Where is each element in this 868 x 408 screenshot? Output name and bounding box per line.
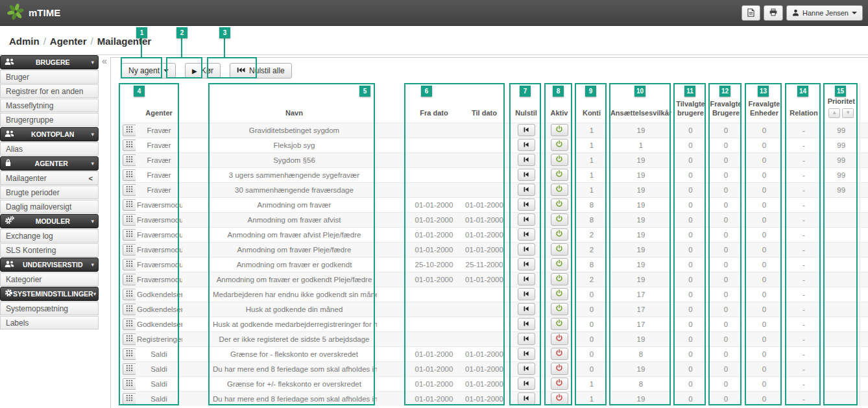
row-drag-handle[interactable] [123,378,136,390]
power-on-icon [555,140,563,150]
row-drag-handle[interactable] [123,318,136,330]
row-drag-handle[interactable] [123,333,136,345]
row-drag-handle[interactable] [123,154,136,166]
deselected-units-cell: 0 [744,152,784,167]
power-toggle-button[interactable] [551,348,568,360]
run-button[interactable]: ▶ Kør [185,63,221,78]
reset-row-button[interactable] [518,213,535,226]
sidebar-item-systemops-tning[interactable]: Systemopsætning [0,302,99,315]
power-toggle-button[interactable] [551,243,568,256]
reset-all-button[interactable]: Nulstil alle [230,63,292,78]
reset-row-button[interactable] [518,318,535,330]
deselected-users-cell: 0 [708,138,744,152]
power-toggle-button[interactable] [551,139,568,151]
reset-row-button[interactable] [518,363,535,375]
reset-row-button[interactable] [518,139,535,151]
deselected-users-cell: 0 [708,287,744,302]
sidebar-collapse-icon[interactable]: « [102,56,107,66]
power-toggle-button[interactable] [551,303,568,315]
reset-row-button[interactable] [518,303,535,315]
power-toggle-button[interactable] [551,198,568,211]
reset-row-button[interactable] [518,273,535,285]
row-drag-handle[interactable] [123,169,136,181]
sidebar-item-alias[interactable]: Alias [0,142,99,156]
spacer-cell [182,212,211,227]
row-drag-handle[interactable] [123,229,136,241]
sidebar-section-underviserstid[interactable]: UNDERVISERSTID▾ [0,258,99,272]
power-toggle-button[interactable] [551,169,568,181]
sidebar-item-kategorier[interactable]: Kategorier [0,272,99,286]
reset-row-button[interactable] [518,169,535,181]
priority-up-button[interactable]: ▲ [828,108,840,118]
sidebar-item-bruger[interactable]: Bruger [0,70,99,84]
reset-row-button[interactable] [518,198,535,211]
reset-row-button[interactable] [518,243,535,256]
sidebar-item-exchange-log[interactable]: Exchange log [0,229,99,243]
edge-cell [860,346,868,361]
row-drag-handle[interactable] [123,348,136,360]
spacer-cell [377,272,408,287]
power-toggle-button[interactable] [551,318,568,330]
sidebar-item-brugergruppe[interactable]: Brugergruppe [0,113,99,126]
row-drag-handle[interactable] [123,304,136,315]
row-drag-handle[interactable] [123,214,136,226]
row-drag-handle[interactable] [123,393,136,405]
sidebar-section-systemindstillinger[interactable]: SYSTEMINDSTILLINGER▾ [0,287,99,301]
sidebar-section-moduler[interactable]: MODULER▾ [0,214,99,228]
agent-name-cell: Du har mere end 8 feriedage som skal afh… [211,391,377,406]
breadcrumb-agenter[interactable]: Agenter [50,36,87,47]
priority-cell [823,346,860,361]
sidebar-section-agenter[interactable]: AGENTER▾ [0,156,99,171]
power-toggle-button[interactable] [551,228,568,241]
reset-row-button[interactable] [518,392,535,405]
reset-row-button[interactable] [518,348,535,360]
reset-row-button[interactable] [518,184,535,196]
sidebar-item-registrer-for-en-anden[interactable]: Registrer for en anden [0,84,99,98]
row-drag-handle[interactable] [123,259,136,270]
reset-row-button[interactable] [518,288,535,300]
row-drag-handle[interactable] [123,363,136,375]
reset-row-button[interactable] [518,228,535,241]
row-drag-handle[interactable] [123,244,136,256]
sidebar-item-masseflytning[interactable]: Masseflytning [0,99,99,112]
reset-row-button[interactable] [518,124,535,136]
row-drag-handle[interactable] [123,274,136,285]
power-toggle-button[interactable] [551,213,568,226]
sidebar-item-mailagenter[interactable]: Mailagenter< [0,171,99,185]
sidebar-item-labels[interactable]: Labels [0,316,99,330]
row-drag-handle[interactable] [123,289,136,300]
print-button[interactable] [764,5,783,21]
new-agent-button[interactable]: Ny agent [121,63,176,78]
reset-row-button[interactable] [518,333,535,345]
power-toggle-button[interactable] [551,392,568,405]
power-toggle-button[interactable] [551,184,568,196]
reset-row-button[interactable] [518,154,535,166]
edge-cell [860,317,868,331]
agent-type-cell: Fraværsmodul [136,242,182,257]
sidebar-item-brugte-perioder[interactable]: Brugte perioder [0,186,99,199]
power-toggle-button[interactable] [551,154,568,166]
reset-row-button[interactable] [518,258,535,270]
power-toggle-button[interactable] [551,363,568,375]
sidebar-item-daglig-mailoversigt[interactable]: Daglig mailoversigt [0,200,99,213]
row-drag-handle[interactable] [123,125,136,136]
power-toggle-button[interactable] [551,124,568,136]
power-toggle-button[interactable] [551,333,568,345]
user-menu-button[interactable]: Hanne Jensen [786,5,863,21]
row-drag-handle[interactable] [123,199,136,211]
power-toggle-button[interactable] [551,288,568,300]
col-relation: Relation [784,84,823,123]
step-backward-icon [523,125,529,135]
power-toggle-button[interactable] [551,258,568,270]
row-drag-handle[interactable] [123,184,136,196]
priority-down-button[interactable]: ▼ [842,108,854,118]
breadcrumb-admin[interactable]: Admin [9,36,40,47]
row-drag-handle[interactable] [123,139,136,151]
power-toggle-button[interactable] [551,378,568,390]
sidebar-item-sls-kontering[interactable]: SLS Kontering [0,243,99,257]
reset-row-button[interactable] [518,378,535,390]
sidebar-section-kontoplan[interactable]: KONTOPLAN▾ [0,127,99,141]
export-document-button[interactable] [741,5,760,21]
power-toggle-button[interactable] [551,273,568,285]
sidebar-section-brugere[interactable]: BRUGERE▾ [0,55,99,69]
